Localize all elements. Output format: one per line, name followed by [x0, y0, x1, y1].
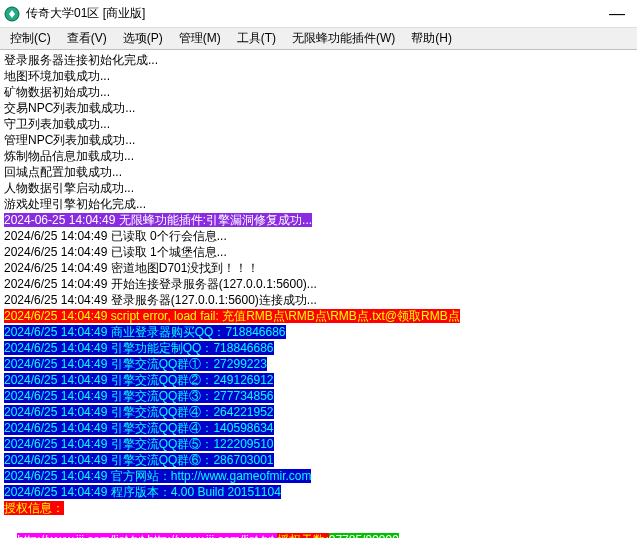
- menu-help[interactable]: 帮助(H): [403, 28, 460, 49]
- menu-view[interactable]: 查看(V): [59, 28, 115, 49]
- log-line: 管理NPC列表加载成功...: [4, 132, 633, 148]
- menu-manage[interactable]: 管理(M): [171, 28, 229, 49]
- info-line: 2024/6/25 14:04:49 引擎交流QQ群⑤：122209510: [4, 437, 274, 451]
- menu-tools[interactable]: 工具(T): [229, 28, 284, 49]
- log-line: 回城点配置加载成功...: [4, 164, 633, 180]
- app-icon: [4, 6, 20, 22]
- log-line: 炼制物品信息加载成功...: [4, 148, 633, 164]
- auth-urls: http://www.jjj.com/list.txt http://www.j…: [17, 533, 277, 538]
- info-line: 2024/6/25 14:04:49 程序版本：4.00 Build 20151…: [4, 485, 281, 499]
- log-line: 交易NPC列表加载成功...: [4, 100, 633, 116]
- log-line: 人物数据引擎启动成功...: [4, 180, 633, 196]
- info-line: 2024/6/25 14:04:49 引擎交流QQ群⑥：286703001: [4, 453, 274, 467]
- minimize-button[interactable]: —: [601, 5, 633, 23]
- menu-plugin[interactable]: 无限蜂功能插件(W): [284, 28, 403, 49]
- log-line: 登录服务器连接初始化完成...: [4, 52, 633, 68]
- script-error-line: 2024/6/25 14:04:49 script error, load fa…: [4, 309, 460, 323]
- info-line: 2024/6/25 14:04:49 引擎交流QQ群④：264221952: [4, 405, 274, 419]
- menu-options[interactable]: 选项(P): [115, 28, 171, 49]
- window-titlebar: 传奇大学01区 [商业版] —: [0, 0, 637, 28]
- info-line: 2024/6/25 14:04:49 引擎交流QQ群②：249126912: [4, 373, 274, 387]
- info-line: 2024/6/25 14:04:49 引擎交流QQ群①：27299223: [4, 357, 267, 371]
- info-line: 2024/6/25 14:04:49 官方网站：http://www.gameo…: [4, 469, 311, 483]
- auth-label: 授权信息：: [4, 501, 64, 515]
- info-line: 2024/6/25 14:04:49 引擎交流QQ群④：140598634: [4, 421, 274, 435]
- menubar: 控制(C) 查看(V) 选项(P) 管理(M) 工具(T) 无限蜂功能插件(W)…: [0, 28, 637, 50]
- menu-control[interactable]: 控制(C): [2, 28, 59, 49]
- log-line: 游戏处理引擎初始化完成...: [4, 196, 633, 212]
- log-line: 2024/6/25 14:04:49 已读取 1个城堡信息...: [4, 244, 633, 260]
- log-line: 守卫列表加载成功...: [4, 116, 633, 132]
- log-line: 地图环境加载成功...: [4, 68, 633, 84]
- info-line: 2024/6/25 14:04:49 引擎交流QQ群③：277734856: [4, 389, 274, 403]
- window-title: 传奇大学01区 [商业版]: [26, 5, 145, 22]
- log-line: 2024/6/25 14:04:49 开始连接登录服务器(127.0.0.1:5…: [4, 276, 633, 292]
- info-line: 2024/6/25 14:04:49 引擎功能定制QQ：718846686: [4, 341, 274, 355]
- log-line: 2024/6/25 14:04:49 密道地图D701没找到！！！: [4, 260, 633, 276]
- plugin-fix-line: 2024-06-25 14:04:49 无限蜂功能插件:引擎漏洞修复成功...: [4, 213, 312, 227]
- log-content: 登录服务器连接初始化完成...地图环境加载成功...矿物数据初始成功...交易N…: [0, 50, 637, 538]
- info-line: 2024/6/25 14:04:49 商业登录器购买QQ：718846686: [4, 325, 286, 339]
- auth-days-label: 授权天数:: [277, 533, 328, 538]
- auth-days-value: 97785/99999: [329, 533, 399, 538]
- log-line: 2024/6/25 14:04:49 登录服务器(127.0.0.1:5600)…: [4, 292, 633, 308]
- log-line: 矿物数据初始成功...: [4, 84, 633, 100]
- log-line: 2024/6/25 14:04:49 已读取 0个行会信息...: [4, 228, 633, 244]
